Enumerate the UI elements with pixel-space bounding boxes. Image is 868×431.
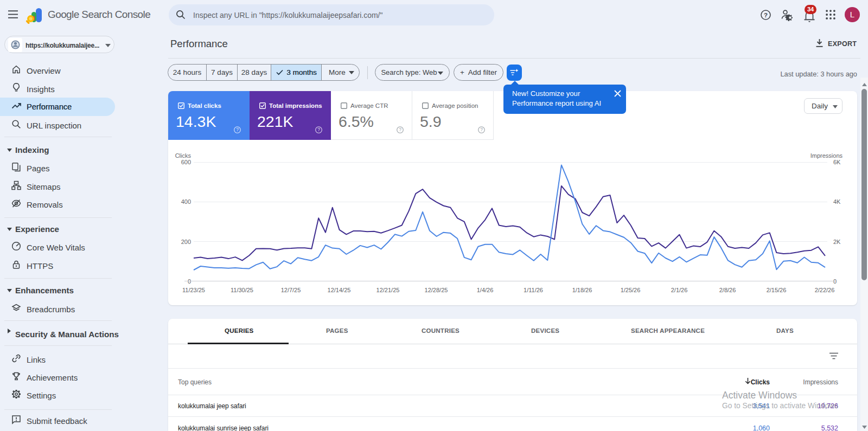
svg-text:?: ? [317,127,320,132]
svg-text:?: ? [236,127,239,132]
svg-text:?: ? [764,12,768,18]
svg-text:?: ? [480,127,483,132]
svg-text:?: ? [399,127,401,132]
